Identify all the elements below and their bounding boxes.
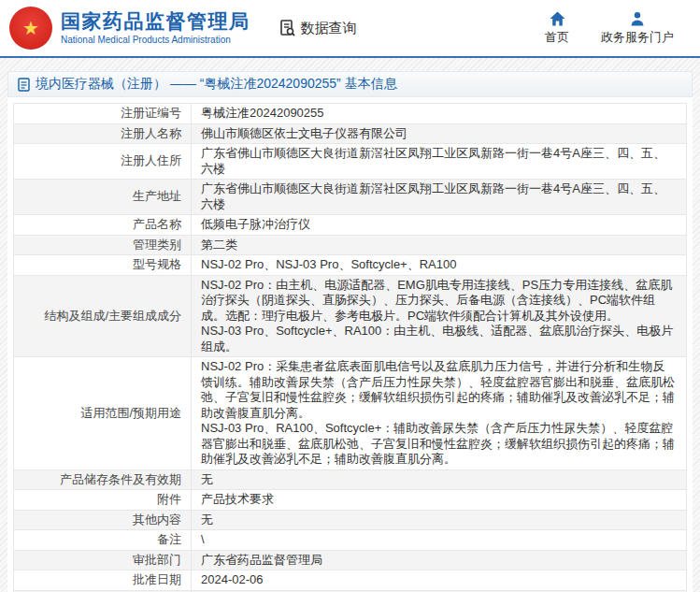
org-names: 国家药品监督管理局 National Medical Products Admi… — [61, 10, 250, 46]
table-row-other-content: 其他内容 无 — [14, 510, 687, 530]
table-row-registrant-name: 注册人名称 佛山市顺德区依士文电子仪器有限公司 — [14, 123, 687, 144]
field-value: NSJ-02 Pro：采集患者盆底表面肌电信号以及盆底肌力压力信号，并进行分析和… — [192, 357, 687, 470]
field-label: 型号规格 — [14, 255, 192, 276]
table-row-model-spec: 型号规格 NSJ-02 Pro、NSJ-03 Pro、Softcycle+、RA… — [14, 255, 687, 276]
table-row-attachment: 附件 产品技术要求 — [14, 490, 687, 511]
table-row-registrant-address: 注册人住所 广东省佛山市顺德区大良街道新滘社区凤翔工业区凤新路一街一巷4号A座三… — [14, 144, 687, 180]
field-value: 2024-02-06 — [192, 570, 687, 591]
field-value: 佛山市顺德区依士文电子仪器有限公司 — [192, 123, 687, 144]
table-row-production-address: 生产地址 广东省佛山市顺德区大良街道新滘社区凤翔工业区凤新路一街一巷4号A座三、… — [14, 180, 687, 215]
field-value: 广东省佛山市顺德区大良街道新滘社区凤翔工业区凤新路一街一巷4号A座三、四、五、六… — [192, 180, 687, 215]
org-name-en: National Medical Products Administration — [61, 35, 250, 46]
user-icon — [630, 11, 645, 26]
org-name-zh: 国家药品监督管理局 — [61, 10, 250, 33]
field-label: 附件 — [14, 490, 192, 511]
field-value: 广东省佛山市顺德区大良街道新滘社区凤翔工业区凤新路一街一巷4号A座三、四、五、六… — [192, 144, 687, 180]
field-value: 第二类 — [192, 235, 687, 255]
table-row-management-class: 管理类别 第二类 — [14, 235, 687, 255]
info-table-wrap: 注册证编号 粤械注准20242090255 注册人名称 佛山市顺德区依士文电子仪… — [7, 97, 693, 592]
field-value: NSJ-02 Pro、NSJ-03 Pro、Softcycle+、RA100 — [192, 255, 687, 276]
page-title-bar: 境内医疗器械（注册） —— “粤械注准20242090255” 基本信息 — [7, 71, 693, 97]
field-label: 注册人名称 — [14, 123, 192, 144]
table-row-cert-number: 注册证编号 粤械注准20242090255 — [14, 104, 687, 124]
nav-item-gov-portal[interactable]: 政务服务门户 — [601, 11, 674, 46]
nav-gov-portal-label: 政务服务门户 — [601, 29, 674, 46]
field-label: 批准日期 — [14, 570, 192, 591]
table-row-structure-composition: 结构及组成/主要组成成分 NSJ-02 Pro：由主机、电源适配器、EMG肌电专… — [14, 275, 687, 357]
registration-info-table: 注册证编号 粤械注准20242090255 注册人名称 佛山市顺德区依士文电子仪… — [13, 103, 687, 592]
nav-home-label: 首页 — [545, 29, 569, 46]
data-query-section[interactable]: 数据查询 — [279, 19, 357, 37]
table-row-product-name: 产品名称 低频电子脉冲治疗仪 — [14, 215, 687, 236]
field-label: 注册人住所 — [14, 144, 192, 180]
page-title: 境内医疗器械（注册） —— “粤械注准20242090255” 基本信息 — [36, 76, 397, 93]
field-label: 管理类别 — [14, 235, 192, 255]
data-query-icon — [279, 19, 297, 37]
field-value: 产品技术要求 — [192, 490, 687, 511]
field-label: 审批部门 — [14, 550, 192, 570]
field-label: 结构及组成/主要组成成分 — [14, 275, 192, 357]
header-nav: 首页 政务服务门户 — [545, 11, 691, 46]
field-value: 广东省药品监督管理局 — [192, 550, 687, 570]
table-row-remarks: 备注 \ — [14, 530, 687, 551]
table-row-approval-department: 审批部门 广东省药品监督管理局 — [14, 550, 687, 570]
field-label: 产品名称 — [14, 215, 192, 236]
field-value: NSJ-02 Pro：由主机、电源适配器、EMG肌电专用连接线、PS压力专用连接… — [192, 275, 687, 357]
field-value: \ — [192, 530, 687, 551]
field-value: 粤械注准20242090255 — [192, 104, 687, 124]
field-label: 备注 — [14, 530, 192, 551]
data-query-label: 数据查询 — [301, 20, 357, 37]
field-label: 生产地址 — [14, 180, 192, 215]
field-label: 产品储存条件及有效期 — [14, 469, 192, 490]
field-value: 无 — [192, 510, 687, 530]
content-container: 境内医疗器械（注册） —— “粤械注准20242090255” 基本信息 注册证… — [7, 71, 693, 592]
field-label: 适用范围/预期用途 — [14, 357, 192, 470]
national-emblem-icon: ★ — [9, 7, 52, 50]
field-value: 低频电子脉冲治疗仪 — [192, 215, 687, 236]
field-label: 其他内容 — [14, 510, 192, 530]
nmpa-logo[interactable]: ★ 国家药品监督管理局 National Medical Products Ad… — [9, 7, 250, 50]
table-row-storage-validity: 产品储存条件及有效期 无 — [14, 469, 687, 490]
document-icon — [18, 78, 30, 92]
header: ★ 国家药品监督管理局 National Medical Products Ad… — [0, 0, 700, 58]
home-icon — [550, 11, 565, 26]
table-row-approval-date: 批准日期 2024-02-06 — [14, 570, 687, 591]
field-value: 无 — [192, 469, 687, 490]
nav-item-home[interactable]: 首页 — [545, 11, 569, 46]
field-label: 注册证编号 — [14, 104, 192, 124]
table-row-intended-use: 适用范围/预期用途 NSJ-02 Pro：采集患者盆底表面肌电信号以及盆底肌力压… — [14, 357, 687, 470]
